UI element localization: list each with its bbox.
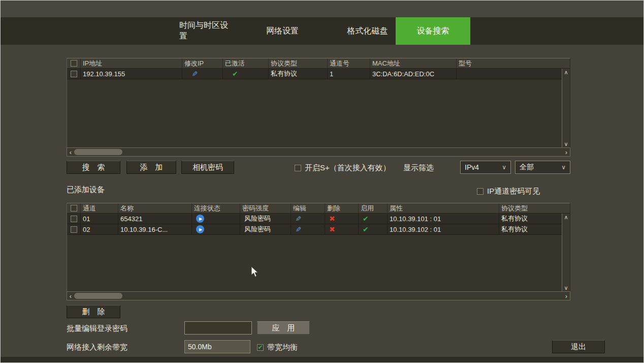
vertical-scrollbar[interactable]: ∧ ∨ (562, 69, 570, 147)
protocol-cell: 私有协议 (268, 69, 327, 79)
col-mac-address: MAC地址 (370, 58, 456, 68)
tab-time-timezone[interactable]: 时间与时区设置 (173, 17, 242, 45)
channel-cell: 02 (80, 224, 118, 234)
edit-cell[interactable]: ✎ (291, 224, 325, 234)
tab-network[interactable]: 网络设置 (254, 17, 310, 45)
play-status-icon[interactable]: ▶ (196, 215, 204, 223)
pencil-icon[interactable]: ✎ (294, 226, 302, 232)
pencil-icon[interactable]: ✎ (190, 71, 199, 77)
table-row[interactable]: 02 10.10.39.16-C... ▶ 风险密码 ✎ ✖ ✔ 10.10.3… (67, 224, 570, 235)
bandwidth-input[interactable] (184, 340, 250, 353)
row-checkbox[interactable] (67, 214, 80, 224)
scroll-up-icon[interactable]: ∧ (564, 69, 568, 76)
select-all-checkbox[interactable] (67, 203, 80, 213)
channel-count-cell: 1 (327, 69, 370, 79)
scope-filter-select[interactable]: 全部 ∨ (515, 161, 570, 174)
scroll-down-icon[interactable]: ∨ (564, 140, 568, 147)
ip-password-visible-checkbox-row[interactable]: IP通道密码可见 (477, 187, 540, 196)
delete-x-icon[interactable]: ✖ (329, 225, 335, 233)
batch-password-input[interactable] (184, 321, 252, 335)
scroll-right-icon[interactable]: › (563, 148, 570, 156)
ip-version-select[interactable]: IPv4 ∨ (460, 161, 511, 174)
added-devices-table: 通道 名称 连接状态 密码强度 编辑 删除 启用 属性 协议类型 01 6543… (67, 203, 570, 291)
show-filter-label: 显示筛选 (403, 163, 434, 173)
col-delete: 删除 (325, 203, 358, 213)
ip-password-visible-label: IP通道密码可见 (487, 187, 540, 196)
checkbox (71, 226, 77, 233)
delete-button[interactable]: 删 除 (67, 305, 120, 318)
tab-device-search[interactable]: 设备搜索 (396, 17, 470, 45)
scrollbar-thumb[interactable] (74, 149, 122, 155)
vertical-scrollbar[interactable]: ∧ ∨ (562, 214, 570, 291)
col-connection-status: 连接状态 (191, 203, 240, 213)
scope-value: 全部 (520, 163, 534, 172)
scroll-right-icon[interactable]: › (563, 292, 570, 300)
col-protocol-type: 协议类型 (268, 58, 327, 68)
checkbox (71, 60, 77, 67)
check-icon[interactable]: ✔ (363, 225, 369, 233)
check-icon: ✔ (257, 345, 263, 350)
scroll-up-icon[interactable]: ∧ (564, 214, 568, 221)
tab-format-disk[interactable]: 格式化磁盘 (336, 17, 399, 45)
col-edit: 编辑 (291, 203, 325, 213)
edit-cell[interactable]: ✎ (291, 214, 325, 224)
delete-cell[interactable]: ✖ (325, 224, 358, 234)
scroll-left-icon[interactable]: ‹ (67, 292, 74, 300)
protocol-cell: 私有协议 (499, 214, 570, 224)
delete-cell[interactable]: ✖ (325, 214, 358, 224)
bandwidth-balance-checkbox[interactable]: ✔ (257, 344, 264, 351)
enable-splus-checkbox-row[interactable]: 开启S+（首次接入有效） (295, 163, 391, 173)
splus-checkbox[interactable] (295, 165, 301, 171)
connection-status-cell[interactable]: ▶ (191, 224, 240, 234)
checkbox (71, 71, 77, 77)
col-name: 名称 (118, 203, 191, 213)
checkbox (71, 205, 77, 211)
table-row[interactable]: 01 654321 ▶ 风险密码 ✎ ✖ ✔ 10.10.39.101 : 01… (67, 214, 570, 224)
scroll-left-icon[interactable]: ‹ (67, 148, 74, 156)
add-button[interactable]: 添 加 (126, 161, 176, 174)
play-status-icon[interactable]: ▶ (196, 225, 204, 233)
check-icon[interactable]: ✔ (363, 215, 369, 223)
scrollbar-thumb[interactable] (74, 293, 122, 299)
col-model: 型号 (456, 58, 570, 68)
device-search-screen: 时间与时区设置 网络设置 格式化磁盘 设备搜索 IP地址 修改IP 已激活 协议… (0, 0, 644, 363)
col-password-strength: 密码强度 (240, 203, 291, 213)
exit-button[interactable]: 退出 (552, 340, 605, 353)
search-button[interactable]: 搜 索 (67, 161, 120, 174)
protocol-cell: 私有协议 (499, 224, 570, 234)
added-devices-title: 已添加设备 (67, 185, 105, 195)
ip-version-value: IPv4 (465, 163, 479, 171)
remaining-bandwidth-label: 网络接入剩余带宽 (67, 343, 127, 352)
horizontal-scrollbar[interactable]: ‹ › (67, 147, 570, 157)
camera-password-button[interactable]: 相机密码 (181, 161, 234, 174)
apply-button[interactable]: 应 用 (257, 321, 310, 335)
col-activated: 已激活 (222, 58, 268, 68)
password-strength-cell: 风险密码 (240, 214, 291, 224)
enable-cell[interactable]: ✔ (358, 214, 387, 224)
row-checkbox[interactable] (67, 69, 80, 79)
chevron-down-icon: ∨ (502, 164, 506, 171)
chevron-down-icon: ∨ (561, 164, 566, 171)
select-all-checkbox[interactable] (67, 58, 80, 68)
enable-cell[interactable]: ✔ (358, 224, 387, 234)
horizontal-scrollbar[interactable]: ‹ › (67, 291, 570, 300)
edit-ip-cell[interactable]: ✎ (182, 69, 222, 79)
col-channel: 通道 (80, 203, 118, 213)
ip-password-visible-checkbox[interactable] (477, 188, 484, 195)
col-edit-ip: 修改IP (182, 58, 222, 68)
table-row[interactable]: 192.10.39.155 ✎ ✔ 私有协议 1 3C:DA:6D:AD:ED:… (67, 69, 570, 79)
password-strength-cell: 风险密码 (240, 224, 291, 234)
attribute-cell: 10.10.39.101 : 01 (387, 214, 499, 224)
ip-cell: 192.10.39.155 (80, 69, 182, 79)
activated-cell: ✔ (222, 69, 268, 79)
col-ip-address: IP地址 (80, 58, 182, 68)
pencil-icon[interactable]: ✎ (294, 216, 302, 222)
scroll-down-icon[interactable]: ∨ (564, 284, 568, 291)
bandwidth-balance-checkbox-row[interactable]: ✔ 带宽均衡 (257, 343, 298, 352)
delete-x-icon[interactable]: ✖ (329, 215, 335, 223)
mouse-cursor (251, 266, 260, 278)
connection-status-cell[interactable]: ▶ (191, 214, 240, 224)
search-results-table: IP地址 修改IP 已激活 协议类型 通道号 MAC地址 型号 192.10.3… (67, 58, 570, 147)
bottom-strip (1, 357, 643, 362)
row-checkbox[interactable] (67, 224, 80, 234)
